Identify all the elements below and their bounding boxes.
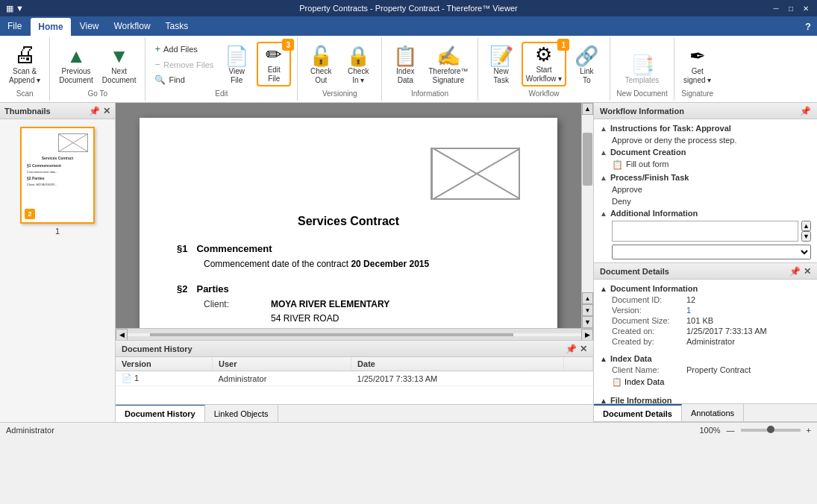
row-user: Administrator [213,371,351,386]
tab-annotations[interactable]: Annotations [682,404,744,421]
doc-created-by-key: Created by: [612,337,686,346]
scan-append-button[interactable]: 🖨 Scan &Append ▾ [6,42,43,86]
scroll-track[interactable] [582,115,593,292]
tree-item-approve-deny-hint: Approve or deny the process step. [612,134,811,146]
maximize-button[interactable]: □ [786,3,796,13]
find-button[interactable]: 🔍 Find [151,73,216,86]
help-button[interactable]: ? [799,16,817,36]
add-files-button[interactable]: + Add Files [151,42,216,56]
scroll-up-button[interactable]: ▲ [582,103,593,115]
client-name-val: Property Contract [686,365,751,374]
start-workflow-button[interactable]: 1 ⚙ StartWorkflow ▾ [522,42,567,86]
thumbnails-close[interactable]: ✕ [103,106,110,116]
thumbnails-pin[interactable]: 📌 [89,106,100,116]
menu-workflow[interactable]: Workflow [106,16,157,36]
file-info-arrow[interactable]: ▲ [600,397,607,404]
additional-info-select[interactable] [612,245,811,259]
tab-linked-objects[interactable]: Linked Objects [205,405,278,422]
tab-document-history[interactable]: Document History [116,405,205,422]
tree-arrow-doc-creation[interactable]: ▲ [600,148,607,157]
section-1-num: §1 [177,243,187,254]
tree-arrow-process[interactable]: ▲ [600,174,607,182]
ribbon-group-edit: + Add Files − Remove Files 🔍 Find 📄 View… [145,37,298,101]
index-data-arrow[interactable]: ▲ [600,355,607,363]
zoom-slider[interactable] [741,429,801,432]
menu-bar: File Home View Workflow Tasks ? [0,16,817,36]
doc-created-by-val: Administrator [686,337,735,346]
h-scroll-track[interactable] [128,333,581,336]
check-out-label: CheckOut [310,67,331,85]
prev-document-button[interactable]: ▲ PreviousDocument [56,45,96,86]
thumbnail-page-1[interactable]: 2 Services Contract §1 Commencement Comm… [20,127,95,236]
thumbnails-controls: 📌 ✕ [89,106,110,116]
new-task-button[interactable]: 📝 NewTask [484,45,519,86]
tab-document-details[interactable]: Document Details [594,404,682,421]
history-close[interactable]: ✕ [580,344,587,354]
window-controls[interactable]: ─ □ ✕ [771,3,811,13]
main-layout: Thumbnails 📌 ✕ 2 Services [0,103,817,422]
menu-view[interactable]: View [72,16,107,36]
get-signed-label: Getsigned ▾ [683,67,711,85]
link-to-button[interactable]: 🔗 LinkTo [569,45,604,86]
tree-label-instructions: Instructions for Task: Approval [610,124,731,133]
tree-arrow-instructions[interactable]: ▲ [600,125,607,133]
menu-home[interactable]: Home [31,18,70,36]
document-scroll[interactable]: Services Contract §1 Commencement Commen… [116,103,581,328]
file-info-header: ▲ File Information [600,394,811,403]
templates-button[interactable]: 📑 Templates [622,54,663,86]
doc-info-arrow[interactable]: ▲ [600,285,607,293]
scroll-down-button[interactable]: ▼ [582,316,593,328]
scroll-right-button[interactable]: ▶ [581,329,593,341]
additional-info-up[interactable]: ▲ [801,221,811,231]
fill-form-icon: 📋 [612,160,623,170]
tree-item-deny[interactable]: Deny [612,195,811,207]
minimize-button[interactable]: ─ [771,3,781,13]
doc-created-by-row: Created by: Administrator [612,336,811,347]
get-signed-button[interactable]: ✒ Getsigned ▾ [680,45,715,86]
horizontal-scrollbar[interactable]: ◀ ▶ [116,328,593,340]
doc-scrollbar[interactable]: ▲ ▲ ▼ ▼ [581,103,593,328]
menu-file[interactable]: File [0,16,29,36]
additional-info-down[interactable]: ▼ [801,231,811,242]
doc-created-on-key: Created on: [612,327,686,336]
workflow-info-header[interactable]: Workflow Information 📌 [594,103,817,119]
zoom-minus[interactable]: — [727,426,735,435]
history-header: Document History 📌 ✕ [116,341,593,357]
index-data-button[interactable]: 📋 IndexData [388,45,422,86]
document-details-header[interactable]: Document Details 📌 ✕ [594,263,817,280]
tree-item-approve[interactable]: Approve [612,183,811,195]
scroll-mid-down[interactable]: ▼ [582,304,593,316]
table-row[interactable]: 📄 1 Administrator 1/25/2017 7:33:13 AM [116,371,593,386]
workflow-info-pin[interactable]: 📌 [800,106,811,116]
doc-size-row: Document Size: 101 KB [612,315,811,326]
scroll-mid-up[interactable]: ▲ [582,292,593,304]
tree-arrow-additional[interactable]: ▲ [600,210,607,218]
check-in-button[interactable]: 🔒 CheckIn ▾ [341,45,375,86]
history-pin[interactable]: 📌 [566,344,577,354]
close-button[interactable]: ✕ [801,3,811,13]
edit-file-button[interactable]: 3 ✏ EditFile [257,42,291,86]
remove-files-icon: − [154,59,160,70]
additional-info-input[interactable] [612,221,798,242]
therefore-signature-button[interactable]: ✍ Therefore™Signature [425,45,471,86]
app-icon: ▦ ▼ [6,4,24,13]
view-file-button[interactable]: 📄 ViewFile [219,45,254,86]
document-details-pin[interactable]: 📌 [789,266,801,277]
next-document-button[interactable]: ▼ NextDocument [99,45,140,86]
section-2-num: §2 [177,283,187,294]
tree-item-fill-form[interactable]: 📋 Fill out form [612,158,811,171]
document-details-close[interactable]: ✕ [804,266,811,277]
check-out-button[interactable]: 🔓 CheckOut [304,45,338,86]
client-label: Client: [204,297,263,328]
col-user: User [213,357,351,371]
menu-tasks[interactable]: Tasks [158,16,196,36]
index-data-section-label: Index Data [610,354,652,363]
zoom-plus[interactable]: + [807,426,811,435]
index-data-icon: 📋 [393,46,417,66]
ribbon-group-versioning: 🔓 CheckOut 🔒 CheckIn ▾ Versioning [298,37,382,101]
index-data-link[interactable]: 📋 Index Data [612,377,664,386]
tree-item-instructions: ▲ Instructions for Task: Approval [600,122,811,134]
scroll-left-button[interactable]: ◀ [116,329,128,341]
workflow-info-panel: Workflow Information 📌 ▲ Instructions fo… [594,103,817,263]
thumbnail-image-1[interactable]: 2 Services Contract §1 Commencement Comm… [20,127,95,224]
